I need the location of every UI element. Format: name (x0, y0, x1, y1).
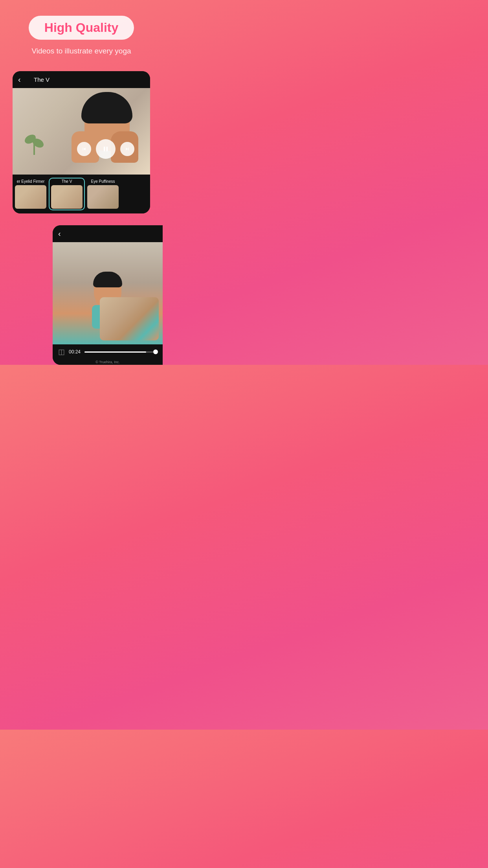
thumb-face-mini-2 (51, 185, 83, 209)
progress-track[interactable] (84, 351, 157, 353)
thumb-face-mini-1 (15, 185, 46, 209)
avatar-face (72, 88, 142, 175)
thumb-label-1: er Eyelid Firmer (17, 179, 45, 184)
phone-mockup-1: ‹ The V (13, 71, 150, 213)
timestamp-text: 00:24 (69, 349, 81, 355)
back-button-1[interactable]: ‹ (18, 75, 30, 84)
next-button[interactable] (120, 142, 134, 156)
thumbnail-item-2[interactable]: The V (49, 178, 85, 210)
next-icon (125, 146, 130, 152)
header-area: High Quality Videos to illustrate every … (0, 0, 163, 59)
thumbnail-item-1[interactable]: er Eyelid Firmer (13, 178, 49, 210)
progress-dot (153, 349, 158, 354)
pause-button[interactable] (96, 139, 116, 159)
media-controls (77, 139, 134, 159)
phone-mockup-2: ‹ ◫ 00:24 (53, 225, 163, 365)
thumb-image-2 (51, 185, 83, 209)
avatar-container (13, 88, 150, 175)
thumbnail-strip: er Eyelid Firmer The V Eye Puffiness (13, 175, 150, 213)
inset-video-thumbnail (100, 297, 159, 340)
thumb-label-2: The V (62, 179, 72, 184)
woman-hair (93, 272, 122, 287)
thumb-label-3: Eye Puffiness (91, 179, 115, 184)
inset-face (100, 297, 159, 340)
watermark-text: © Truehira, Inc. (53, 359, 163, 365)
quality-badge: High Quality (29, 16, 134, 40)
progress-bar-area: ◫ 00:24 (53, 344, 163, 359)
progress-fill (84, 351, 146, 353)
thumb-image-3 (87, 185, 119, 209)
nav-bar-2: ‹ (53, 225, 163, 242)
prev-icon (81, 146, 87, 152)
back-button-2[interactable]: ‹ (58, 229, 70, 238)
prev-button[interactable] (77, 142, 91, 156)
video-area-1 (13, 88, 150, 175)
nav-bar-1: ‹ The V (13, 71, 150, 88)
thumb-face-mini-3 (87, 185, 119, 209)
thumb-image-1 (15, 185, 46, 209)
mirror-icon[interactable]: ◫ (58, 348, 65, 356)
thumbnail-item-3[interactable]: Eye Puffiness (85, 178, 121, 210)
subtitle-text: Videos to illustrate every yoga (31, 47, 131, 55)
nav-title-1: The V (34, 76, 50, 83)
avatar-hair (81, 92, 132, 123)
pause-icon (102, 145, 110, 153)
badge-text: High Quality (44, 20, 118, 35)
video-area-2 (53, 242, 163, 344)
